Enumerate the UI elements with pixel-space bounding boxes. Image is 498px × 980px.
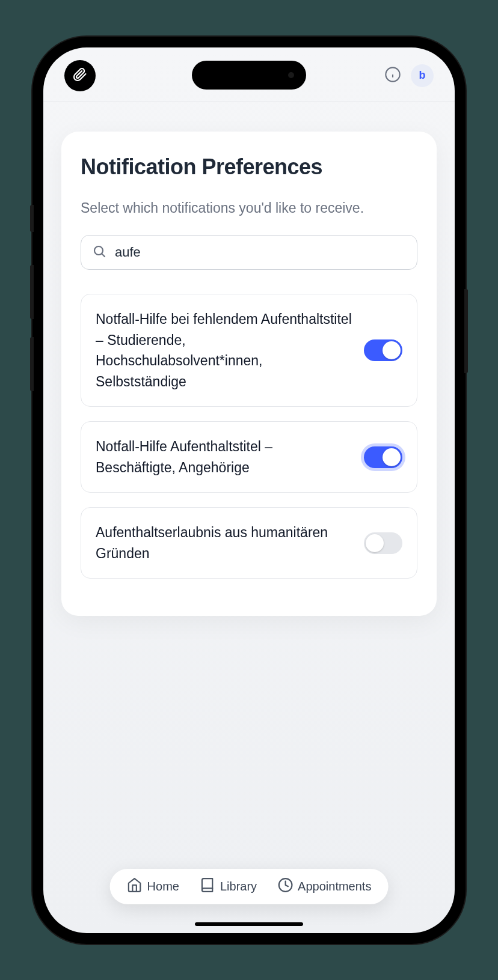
preferences-list: Notfall-Hilfe bei fehlendem Aufenthaltst… — [81, 294, 417, 579]
preference-label: Aufenthaltserlaubnis aus humanitären Grü… — [96, 522, 352, 564]
preference-label: Notfall-Hilfe Aufenthaltstitel – Beschäf… — [96, 436, 352, 478]
search-icon — [92, 244, 106, 261]
toggle-knob — [383, 341, 401, 359]
card-title: Notification Preferences — [81, 154, 417, 180]
preference-toggle[interactable] — [364, 339, 402, 361]
book-icon — [200, 877, 215, 896]
phone-screen: b Notification Preferences Select which … — [43, 47, 455, 933]
top-right-actions: b — [383, 64, 434, 87]
phone-side-button — [30, 337, 34, 391]
info-button[interactable] — [383, 66, 402, 85]
profile-button[interactable]: b — [411, 64, 434, 87]
preference-item: Notfall-Hilfe Aufenthaltstitel – Beschäf… — [81, 421, 417, 493]
preference-toggle[interactable] — [364, 532, 402, 554]
preference-item: Notfall-Hilfe bei fehlendem Aufenthaltst… — [81, 294, 417, 407]
search-box[interactable] — [81, 235, 417, 270]
nav-library-label: Library — [220, 880, 257, 893]
home-indicator — [195, 922, 303, 926]
card-subtitle: Select which notifications you'd like to… — [81, 198, 417, 219]
nav-appointments[interactable]: Appointments — [277, 877, 371, 896]
nav-library[interactable]: Library — [200, 877, 257, 896]
dynamic-island — [192, 61, 306, 90]
nav-appointments-label: Appointments — [298, 880, 371, 893]
phone-frame: b Notification Preferences Select which … — [32, 37, 466, 944]
phone-side-button — [30, 265, 34, 319]
paperclip-icon — [73, 67, 87, 84]
preference-item: Aufenthaltserlaubnis aus humanitären Grü… — [81, 507, 417, 579]
toggle-knob — [366, 534, 384, 552]
preferences-card: Notification Preferences Select which no… — [61, 132, 437, 616]
preference-toggle[interactable] — [364, 446, 402, 468]
profile-initial: b — [419, 69, 426, 82]
bottom-nav: Home Library Appointments — [110, 869, 389, 904]
home-icon — [127, 877, 143, 896]
nav-home-label: Home — [147, 880, 179, 893]
clock-icon — [277, 877, 293, 896]
phone-side-button — [30, 205, 34, 232]
toggle-knob — [383, 448, 401, 466]
phone-side-button — [464, 289, 468, 373]
info-icon — [384, 66, 401, 85]
search-input[interactable] — [115, 245, 406, 260]
attachment-button[interactable] — [64, 60, 96, 91]
svg-line-4 — [102, 254, 105, 257]
nav-home[interactable]: Home — [127, 877, 179, 896]
content-area: Notification Preferences Select which no… — [43, 102, 455, 933]
preference-label: Notfall-Hilfe bei fehlendem Aufenthaltst… — [96, 309, 352, 392]
